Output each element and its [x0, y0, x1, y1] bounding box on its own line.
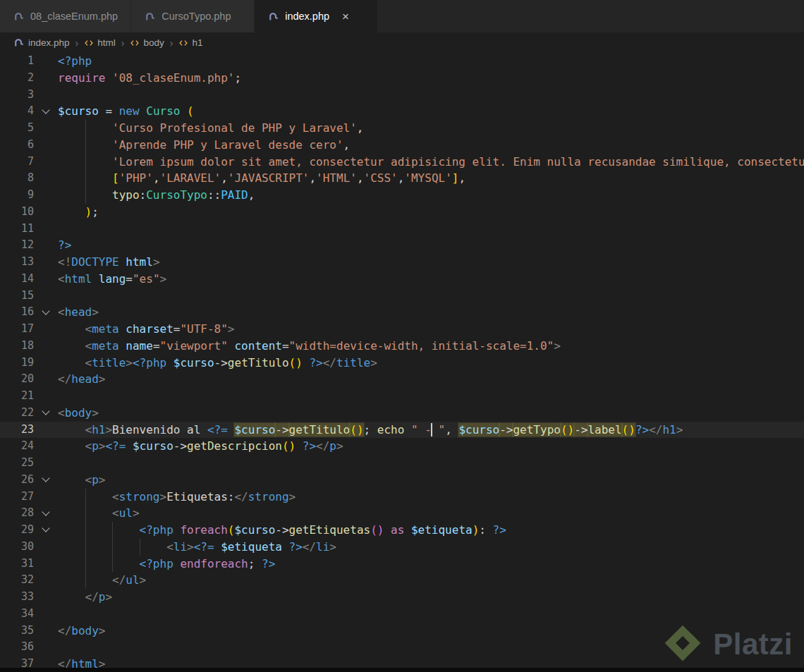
code-line-11[interactable]: 11 [0, 221, 804, 238]
line-number: 10 [0, 204, 34, 221]
breadcrumb-item-body[interactable]: body [130, 37, 164, 48]
fold-spacer [34, 204, 58, 221]
indent-guide [85, 137, 86, 154]
code-line-30[interactable]: 30<li><?= $etiqueta ?></li> [0, 539, 804, 556]
line-number: 20 [0, 371, 34, 388]
code-text: </head> [58, 371, 804, 388]
code-text [58, 87, 804, 104]
tab-08_claseEnum.php[interactable]: 08_claseEnum.php [0, 0, 131, 32]
line-number: 29 [0, 522, 34, 539]
breadcrumb-item-html[interactable]: html [84, 37, 116, 48]
code-text: <html lang="es"> [58, 271, 804, 288]
code-line-24[interactable]: 24<p><?= $curso->getDescripcion() ?></p> [0, 438, 804, 455]
code-line-20[interactable]: 20</head> [0, 371, 804, 388]
code-line-14[interactable]: 14<html lang="es"> [0, 271, 804, 288]
indent-guide [112, 522, 113, 539]
code-line-2[interactable]: 2require '08_claseEnum.php'; [0, 70, 804, 87]
fold-spacer [34, 254, 58, 271]
tab-index.php[interactable]: index.php× [255, 0, 378, 32]
fold-chevron-icon[interactable] [34, 472, 58, 489]
code-line-3[interactable]: 3 [0, 87, 804, 104]
line-number: 15 [0, 288, 34, 305]
line-number: 28 [0, 505, 34, 522]
code-line-4[interactable]: 4$curso = new Curso ( [0, 103, 804, 120]
chevron-right-icon: › [169, 37, 174, 49]
indent-guide [85, 505, 86, 522]
code-line-10[interactable]: 10); [0, 204, 804, 221]
code-line-35[interactable]: 35</body> [0, 623, 804, 640]
code-line-27[interactable]: 27<strong>Etiquetas:</strong> [0, 489, 804, 506]
fold-chevron-icon[interactable] [34, 405, 58, 422]
code-line-15[interactable]: 15 [0, 288, 804, 305]
close-icon[interactable]: × [342, 11, 349, 23]
breadcrumb-label: h1 [192, 37, 202, 48]
html-symbol-icon [178, 38, 188, 48]
line-number: 22 [0, 405, 34, 422]
indent-guide [85, 572, 86, 589]
code-line-16[interactable]: 16<head> [0, 304, 804, 321]
code-line-5[interactable]: 5'Curso Profesional de PHP y Laravel', [0, 120, 804, 137]
code-line-31[interactable]: 31<?php endforeach; ?> [0, 556, 804, 573]
breadcrumb-item-index.php[interactable]: index.php [13, 37, 70, 49]
code-line-9[interactable]: 9typo:CursoTypo::PAID, [0, 187, 804, 204]
fold-chevron-icon[interactable] [34, 505, 58, 522]
code-line-18[interactable]: 18<meta name="viewport" content="width=d… [0, 338, 804, 355]
breadcrumb-item-h1[interactable]: h1 [178, 37, 202, 48]
indent-guide [140, 539, 140, 556]
code-line-22[interactable]: 22<body> [0, 405, 804, 422]
code-text: <title><?php $curso->getTitulo() ?></tit… [58, 355, 804, 372]
editor[interactable]: 1<?php2require '08_claseEnum.php';34$cur… [0, 53, 804, 672]
chevron-right-icon: › [75, 37, 80, 49]
fold-spacer [34, 438, 58, 455]
line-number: 11 [0, 221, 34, 238]
code-text: <?php foreach($curso->getEtiquetas() as … [58, 522, 804, 539]
code-line-28[interactable]: 28<ul> [0, 505, 804, 522]
code-line-34[interactable]: 34 [0, 606, 804, 623]
code-text: <!DOCTYPE html> [58, 254, 804, 271]
code-line-25[interactable]: 25 [0, 455, 804, 472]
fold-chevron-icon[interactable] [34, 103, 58, 120]
fold-spacer [34, 388, 58, 405]
fold-spacer [34, 187, 58, 204]
code-line-8[interactable]: 8['PHP','LARAVEL','JAVASCRIPT','HTML','C… [0, 170, 804, 187]
fold-spacer [34, 288, 58, 305]
code-line-26[interactable]: 26<p> [0, 472, 804, 489]
bottom-strip [0, 668, 804, 672]
html-symbol-icon [84, 38, 94, 48]
line-number: 36 [0, 639, 34, 656]
code-line-17[interactable]: 17<meta charset="UTF-8"> [0, 321, 804, 338]
code-line-12[interactable]: 12?> [0, 237, 804, 254]
tab-CursoTypo.php[interactable]: CursoTypo.php [131, 0, 255, 32]
fold-spacer [34, 87, 58, 104]
breadcrumb-label: index.php [28, 37, 70, 48]
code-text: <head> [58, 304, 804, 321]
fold-spacer [34, 539, 58, 556]
code-line-29[interactable]: 29<?php foreach($curso->getEtiquetas() a… [0, 522, 804, 539]
line-number: 13 [0, 254, 34, 271]
line-number: 18 [0, 338, 34, 355]
code-line-7[interactable]: 7'Lorem ipsum dolor sit amet, consectetu… [0, 154, 804, 171]
code-text [58, 388, 804, 405]
code-line-13[interactable]: 13<!DOCTYPE html> [0, 254, 804, 271]
line-number: 23 [0, 422, 34, 439]
code-line-23[interactable]: 23<h1>Bienvenido al <?= $curso->getTitul… [0, 422, 804, 439]
fold-chevron-icon[interactable] [34, 304, 58, 321]
code-line-19[interactable]: 19<title><?php $curso->getTitulo() ?></t… [0, 355, 804, 372]
indent-guide [85, 187, 86, 204]
code-text: ['PHP','LARAVEL','JAVASCRIPT','HTML','CS… [58, 170, 804, 187]
line-number: 32 [0, 572, 34, 589]
code-text: <?php [58, 53, 804, 70]
fold-chevron-icon[interactable] [34, 522, 58, 539]
line-number: 35 [0, 623, 34, 640]
code-line-21[interactable]: 21 [0, 388, 804, 405]
html-symbol-icon [130, 38, 140, 48]
code-line-1[interactable]: 1<?php [0, 53, 804, 70]
code-line-6[interactable]: 6'Aprende PHP y Laravel desde cero', [0, 137, 804, 154]
code-line-36[interactable]: 36 [0, 639, 804, 656]
line-number: 17 [0, 321, 34, 338]
code-line-32[interactable]: 32</ul> [0, 572, 804, 589]
line-number: 26 [0, 472, 34, 489]
chevron-right-icon: › [121, 37, 126, 49]
code-line-33[interactable]: 33</p> [0, 589, 804, 606]
code-text: <p> [58, 472, 804, 489]
